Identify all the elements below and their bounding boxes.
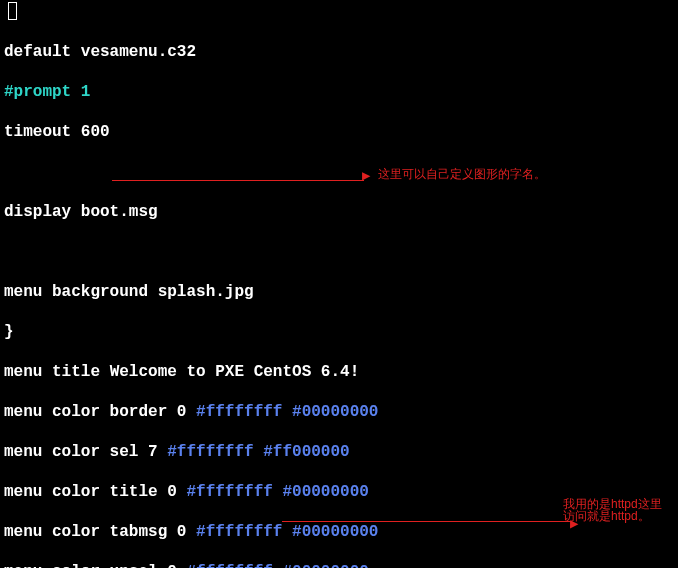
menu-color-line: menu color unsel 0 #ffffffff #00000000	[4, 562, 674, 568]
text: menu title	[4, 363, 110, 381]
text: menu color border 0	[4, 403, 196, 421]
config-line: display boot.msg	[4, 202, 674, 222]
config-line: }	[4, 322, 674, 342]
annotation-httpd-2: 访问就是httpd。	[563, 506, 650, 526]
menu-color-line: menu color sel 7 #ffffffff #ff000000	[4, 442, 674, 462]
text-cursor	[8, 2, 17, 20]
menu-color-line: menu color border 0 #ffffffff #00000000	[4, 402, 674, 422]
menu-title-value: Welcome to PXE CentOS 6.4!	[110, 363, 360, 381]
color-values: #ffffffff #00000000	[186, 483, 368, 501]
color-values: #ffffffff #00000000	[196, 523, 378, 541]
color-values: #ffffffff #ff000000	[167, 443, 349, 461]
terminal-content: default vesamenu.c32 #prompt 1 timeout 6…	[0, 0, 678, 568]
config-line-comment: #prompt 1	[4, 82, 674, 102]
config-line: default vesamenu.c32	[4, 42, 674, 62]
color-values: #ffffffff #00000000	[186, 563, 368, 568]
color-values: #ffffffff #00000000	[196, 403, 378, 421]
text: menu color unsel 0	[4, 563, 186, 568]
blank-line	[4, 162, 674, 182]
text: menu color title 0	[4, 483, 186, 501]
underline-title	[112, 180, 364, 181]
config-line: timeout 600	[4, 122, 674, 142]
annotation-title: 这里可以自己定义图形的字名。	[378, 164, 546, 184]
underline-ks	[282, 521, 572, 522]
menu-title-line: menu title Welcome to PXE CentOS 6.4!	[4, 362, 674, 382]
text: menu color sel 7	[4, 443, 167, 461]
blank-line	[4, 242, 674, 262]
text: menu color tabmsg 0	[4, 523, 196, 541]
config-line: menu background splash.jpg	[4, 282, 674, 302]
